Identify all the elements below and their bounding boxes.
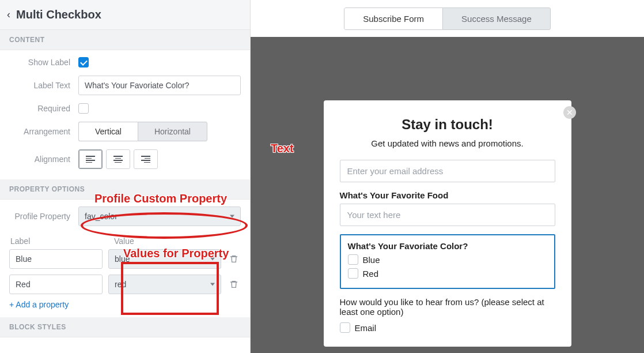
contact-option: Email: [340, 322, 555, 333]
canvas: ✕ Stay in touch! Get updated with news a…: [251, 37, 644, 353]
property-value-select[interactable]: red: [108, 275, 221, 294]
profile-property-select[interactable]: fav_color: [78, 206, 241, 226]
properties-panel: ‹ Multi Checkbox CONTENT Show Label Labe…: [0, 0, 251, 353]
label-text-label: Label Text: [9, 81, 78, 90]
align-center-button[interactable]: [106, 149, 130, 169]
close-icon: ✕: [566, 108, 573, 117]
delete-row-button[interactable]: [227, 277, 241, 291]
show-label-label: Show Label: [9, 58, 78, 67]
required-checkbox[interactable]: [78, 103, 89, 114]
color-field-selected[interactable]: What's Your Favoriate Color? Blue Red: [340, 234, 555, 289]
property-table-header: Label Value: [0, 236, 250, 246]
email-input[interactable]: [340, 160, 555, 182]
required-label: Required: [9, 104, 78, 113]
property-row: blue: [0, 249, 250, 275]
delete-row-button[interactable]: [227, 252, 241, 266]
property-label-input[interactable]: [9, 275, 103, 294]
trash-icon: [229, 254, 238, 264]
checkbox[interactable]: [340, 322, 350, 333]
trash-icon: [229, 280, 238, 289]
close-button[interactable]: ✕: [563, 106, 576, 119]
arrangement-label: Arrangement: [9, 127, 78, 136]
align-left-icon: [86, 156, 95, 163]
property-value-select[interactable]: blue: [108, 249, 221, 269]
section-content-header: CONTENT: [0, 30, 250, 50]
section-block-styles-header: BLOCK STYLES: [0, 317, 250, 337]
arrangement-toggle: Vertical Horizontal: [78, 122, 207, 141]
panel-title: Multi Checkbox: [16, 8, 101, 21]
food-input[interactable]: [340, 204, 555, 226]
property-row: red: [0, 275, 250, 300]
email-field: [340, 160, 555, 182]
contact-field: How would you like to hear from us? (ple…: [340, 297, 555, 333]
form-subtitle: Get updated with news and promotions.: [340, 138, 555, 148]
option-label: Email: [355, 323, 377, 333]
form-modal: ✕ Stay in touch! Get updated with news a…: [324, 100, 571, 347]
checkbox[interactable]: [348, 254, 358, 265]
contact-question: How would you like to hear from us? (ple…: [340, 297, 555, 317]
profile-property-label: Profile Property: [9, 212, 78, 221]
preview-area: Subscribe Form Success Message ✕ Stay in…: [251, 0, 644, 353]
align-right-button[interactable]: [134, 149, 158, 169]
alignment-label: Alignment: [9, 155, 78, 164]
arrangement-horizontal[interactable]: Horizontal: [138, 122, 207, 141]
alignment-group: [78, 149, 158, 169]
tab-success-message[interactable]: Success Message: [443, 7, 551, 30]
back-chevron-icon[interactable]: ‹: [5, 9, 13, 21]
form-title: Stay in touch!: [340, 117, 555, 133]
arrangement-vertical[interactable]: Vertical: [78, 122, 138, 141]
label-text-input[interactable]: [78, 76, 241, 95]
align-right-icon: [141, 156, 150, 163]
preview-tabs: Subscribe Form Success Message: [251, 0, 644, 37]
checkbox[interactable]: [348, 268, 358, 279]
color-label: What's Your Favoriate Color?: [348, 241, 547, 251]
food-field: What's Your Favorite Food: [340, 190, 555, 226]
section-property-options-header: PROPERTY OPTIONS: [0, 179, 250, 200]
panel-header: ‹ Multi Checkbox: [0, 0, 250, 30]
col-value: Value: [108, 236, 241, 246]
show-label-checkbox[interactable]: [78, 57, 89, 67]
color-option: Red: [348, 268, 547, 279]
align-center-icon: [113, 156, 123, 163]
option-label: Blue: [363, 255, 380, 265]
align-left-button[interactable]: [78, 149, 103, 169]
col-label: Label: [9, 236, 108, 246]
add-property-link[interactable]: + Add a property: [0, 300, 250, 317]
tab-subscribe-form[interactable]: Subscribe Form: [344, 7, 443, 30]
property-label-input[interactable]: [9, 249, 103, 269]
food-label: What's Your Favorite Food: [340, 190, 555, 200]
option-label: Red: [363, 269, 379, 279]
color-option: Blue: [348, 254, 547, 265]
